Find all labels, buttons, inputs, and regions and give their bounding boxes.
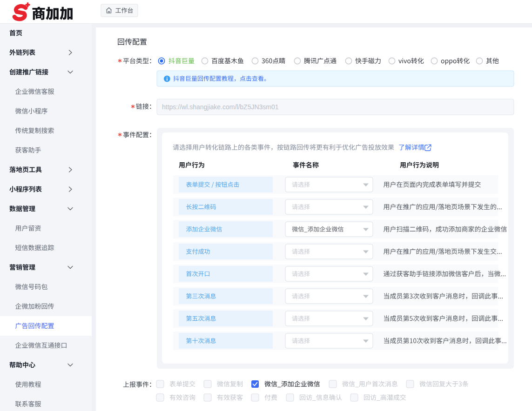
svg-text:https://wl.shangjiake.com/l/bZ: https://wl.shangjiake.com/l/bZ5JN3sm01 [162,103,279,111]
